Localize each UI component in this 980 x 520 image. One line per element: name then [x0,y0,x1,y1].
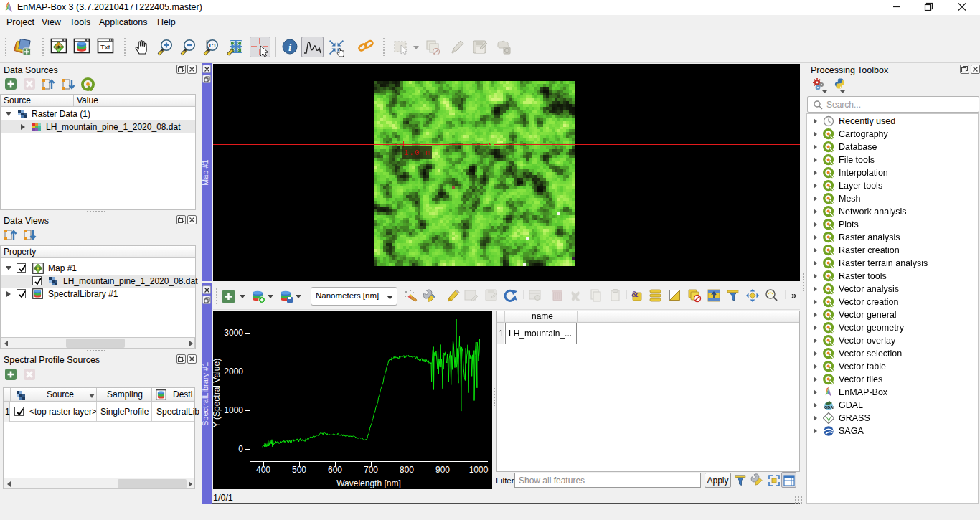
svg-text:&: & [631,289,639,299]
svg-text:800: 800 [400,465,414,475]
svg-text:400: 400 [256,465,270,475]
svg-text:2000: 2000 [224,367,243,377]
svg-text:600: 600 [328,465,342,475]
svg-text:1000: 1000 [224,405,243,415]
svg-text:Txt: Txt [100,43,110,51]
svg-text:GDAL: GDAL [824,405,834,410]
svg-text:1000: 1000 [469,465,489,475]
svg-text:Wavelength [nm]: Wavelength [nm] [336,478,401,488]
svg-text:»: » [791,290,796,301]
svg-text:0: 0 [238,444,243,454]
svg-text:700: 700 [364,465,378,475]
svg-text:1:1: 1:1 [209,42,217,49]
svg-text:Y (Spectral Value): Y (Spectral Value) [213,359,222,427]
svg-text:900: 900 [435,465,450,475]
svg-text:500: 500 [292,465,306,475]
svg-text:3000: 3000 [224,328,243,338]
